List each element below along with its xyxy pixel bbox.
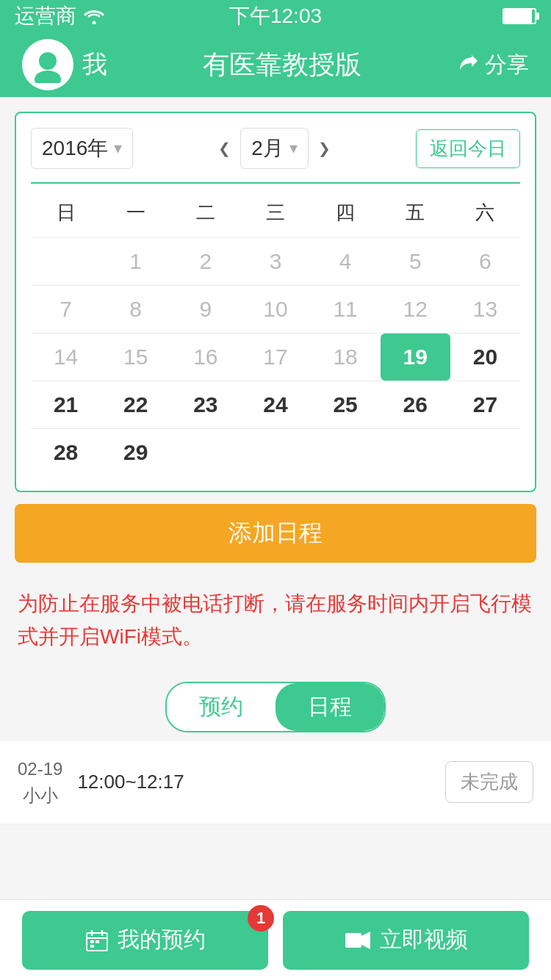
bottom-nav: 我的预约 1 立即视频 (0, 899, 551, 980)
cell-empty-5 (381, 429, 450, 476)
month-nav: ❮ 2月 ▾ ❯ (211, 128, 338, 169)
cell-20[interactable]: 20 (450, 334, 520, 381)
svg-rect-7 (96, 940, 99, 943)
day-header-thu: 四 (311, 194, 381, 231)
wifi-icon (84, 8, 104, 24)
header: 我 有医靠教授版 分享 (0, 32, 551, 97)
share-label: 分享 (485, 50, 529, 80)
return-today-button[interactable]: 返回今日 (416, 129, 520, 168)
tab-appointment[interactable]: 预约 (167, 683, 276, 731)
header-left: 我 (22, 39, 107, 90)
svg-rect-9 (345, 933, 361, 948)
cell-22[interactable]: 22 (101, 381, 170, 428)
status-bar-right (503, 8, 536, 24)
svg-rect-6 (90, 940, 94, 943)
header-title: 有医靠教授版 (203, 47, 361, 83)
tabs: 预约 日程 (165, 682, 386, 732)
day-header-fri: 五 (381, 194, 450, 231)
video-icon (345, 930, 371, 951)
cell-29[interactable]: 29 (101, 429, 170, 476)
schedule-name: 小小 (18, 782, 62, 809)
cell-24[interactable]: 24 (240, 381, 310, 428)
svg-point-0 (39, 52, 57, 70)
appointment-badge: 1 (248, 905, 274, 932)
cell-26[interactable]: 26 (381, 381, 450, 428)
calendar-row-5: 28 29 (31, 428, 520, 476)
calendar-row-1: 1 2 3 4 5 6 (31, 237, 520, 285)
cell-18[interactable]: 18 (311, 334, 381, 381)
cell-23[interactable]: 23 (170, 381, 240, 428)
calendar-row-4: 21 22 23 24 25 26 27 (31, 381, 520, 428)
cell-4[interactable]: 4 (311, 238, 381, 285)
svg-marker-10 (361, 932, 370, 949)
status-bar-left: 运营商 (15, 2, 104, 30)
cell-28[interactable]: 28 (31, 429, 101, 476)
schedule-date: 02-19 小小 (18, 756, 62, 809)
status-bar: 运营商 下午12:03 (0, 0, 551, 32)
schedule-time: 12:00~12:17 (77, 771, 431, 793)
video-call-label: 立即视频 (380, 925, 468, 955)
cell-empty-4 (311, 429, 381, 476)
cell-15[interactable]: 15 (101, 334, 170, 381)
schedule-date-text: 02-19 (18, 756, 62, 782)
status-bar-time: 下午12:03 (229, 2, 322, 30)
cell-16[interactable]: 16 (170, 334, 240, 381)
cell-2[interactable]: 2 (170, 238, 240, 285)
day-header-sat: 六 (450, 194, 520, 231)
avatar[interactable] (22, 39, 73, 90)
cell-19-today[interactable]: 19 (381, 334, 450, 381)
header-name: 我 (82, 48, 107, 82)
calendar: 2016年 ▾ ❮ 2月 ▾ ❯ 返回今日 日 一 二 三 四 五 六 1 2 … (15, 112, 536, 492)
cell-11[interactable]: 11 (311, 286, 381, 333)
next-month-button[interactable]: ❯ (311, 135, 338, 162)
day-header-mon: 一 (101, 194, 170, 231)
calendar-header: 2016年 ▾ ❮ 2月 ▾ ❯ 返回今日 (31, 128, 520, 169)
cell-empty-1 (31, 238, 101, 285)
carrier-text: 运营商 (15, 2, 76, 30)
month-label: 2月 (251, 134, 284, 162)
cell-empty-6 (450, 429, 520, 476)
svg-point-1 (35, 71, 61, 83)
schedule-status-button[interactable]: 未完成 (445, 761, 533, 803)
my-appointment-label: 我的预约 (118, 925, 206, 955)
cell-17[interactable]: 17 (240, 334, 310, 381)
svg-rect-8 (90, 945, 94, 948)
share-button[interactable]: 分享 (457, 50, 529, 80)
cell-27[interactable]: 27 (450, 381, 520, 428)
year-selector[interactable]: 2016年 ▾ (31, 128, 133, 169)
cell-10[interactable]: 10 (240, 286, 310, 333)
calendar-row-3: 14 15 16 17 18 19 20 (31, 333, 520, 381)
video-call-button[interactable]: 立即视频 (283, 911, 529, 970)
year-dropdown-icon: ▾ (114, 139, 122, 158)
cell-5[interactable]: 5 (381, 238, 450, 285)
my-appointment-button[interactable]: 我的预约 1 (22, 911, 268, 970)
appointment-icon (85, 929, 109, 952)
day-header-sun: 日 (31, 194, 101, 231)
month-dropdown-icon: ▾ (289, 139, 298, 158)
avatar-icon (29, 46, 66, 83)
cell-14[interactable]: 14 (31, 334, 101, 381)
cell-empty-2 (170, 429, 240, 476)
cell-12[interactable]: 12 (381, 286, 450, 333)
prev-month-button[interactable]: ❮ (211, 135, 237, 162)
add-schedule-button[interactable]: 添加日程 (15, 504, 536, 563)
cell-3[interactable]: 3 (240, 238, 310, 285)
cell-8[interactable]: 8 (101, 286, 170, 333)
schedule-list: 02-19 小小 12:00~12:17 未完成 (0, 741, 551, 824)
month-selector[interactable]: 2月 ▾ (240, 128, 309, 169)
cell-25[interactable]: 25 (311, 381, 381, 428)
cell-21[interactable]: 21 (31, 381, 101, 428)
tab-schedule[interactable]: 日程 (276, 683, 384, 731)
cell-13[interactable]: 13 (450, 286, 520, 333)
cell-9[interactable]: 9 (170, 286, 240, 333)
calendar-row-2: 7 8 9 10 11 12 13 (31, 285, 520, 333)
share-icon (457, 54, 479, 76)
calendar-divider (31, 182, 520, 184)
cell-7[interactable]: 7 (31, 286, 101, 333)
tabs-container: 预约 日程 (0, 670, 551, 741)
day-header-wed: 三 (240, 194, 310, 231)
cell-6[interactable]: 6 (450, 238, 520, 285)
cell-1[interactable]: 1 (101, 238, 170, 285)
schedule-item: 02-19 小小 12:00~12:17 未完成 (0, 741, 551, 824)
calendar-grid: 1 2 3 4 5 6 7 8 9 10 11 12 13 14 15 16 1… (31, 237, 520, 476)
